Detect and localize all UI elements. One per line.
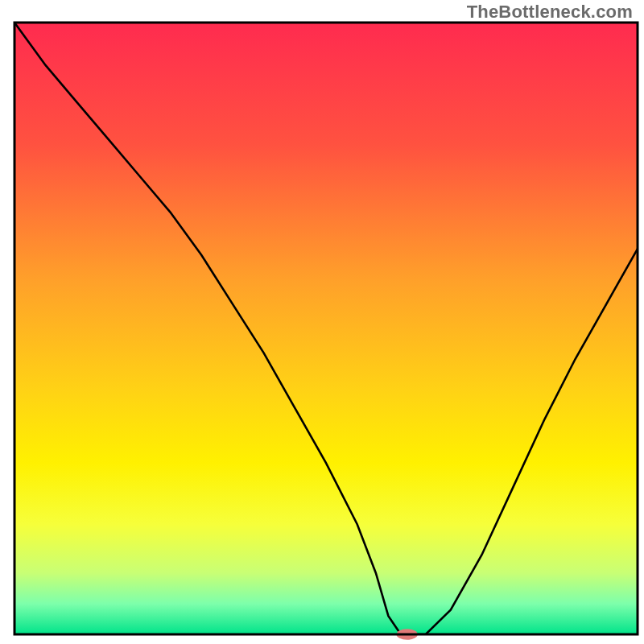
gradient-background xyxy=(14,23,638,634)
plot-area xyxy=(14,23,638,640)
chart-frame: { "attribution": "TheBottleneck.com", "c… xyxy=(0,0,644,644)
bottleneck-chart xyxy=(0,0,644,644)
